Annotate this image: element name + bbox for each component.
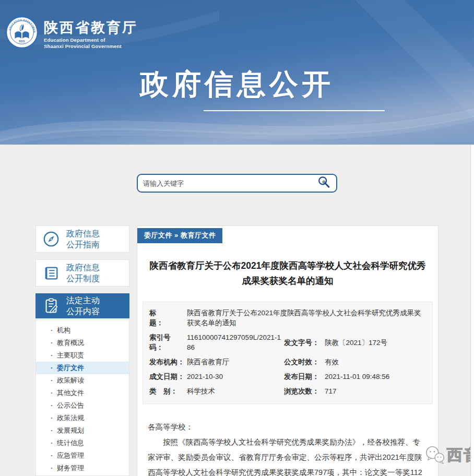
sidebar-menu-item-jiaoyugaikuang[interactable]: 教育概况 — [36, 337, 129, 349]
search-magnifier-icon — [317, 175, 331, 190]
search-input[interactable] — [143, 180, 316, 187]
sidebar-item-label: 政府信息 公开制度 — [66, 262, 100, 284]
document-list-icon — [36, 264, 66, 282]
meta-index-value: 11610000741297059L/2021-186 — [187, 332, 284, 352]
site-logo[interactable]: EDUCATION DEPARTMENT OF SHAANXI EDS 陕西省教… — [5, 16, 138, 50]
meta-title-label: 标 题： — [149, 308, 187, 328]
meta-validity-value: 有效 — [325, 357, 426, 367]
sidebar-menu-item-gongshigonggao[interactable]: 公示公告 — [36, 399, 129, 412]
sidebar-item-disclosure-system[interactable]: 政府信息 公开制度 — [35, 259, 129, 287]
sidebar-menu-item-yingjiguanli[interactable]: 应急管理 — [36, 449, 129, 462]
breadcrumb[interactable]: 委厅文件 » 教育厅文件 — [137, 228, 222, 243]
sidebar-menu-item-weitingwenjian[interactable]: 委厅文件 — [36, 362, 129, 374]
meta-issuer-label: 发布机构： — [149, 357, 187, 367]
sidebar-menu-item-tongjixinxi[interactable]: 统计信息 — [36, 437, 129, 449]
title-underline — [204, 110, 385, 111]
meta-doc-no-label: 发文字号： — [284, 338, 325, 348]
meta-category-label: 类 别： — [149, 386, 187, 396]
meta-title-value: 陕西省教育厅关于公布2021年度陕西高等学校人文社会科学研究优秀成果奖获奖名单的… — [187, 308, 426, 328]
document-title: 陕西省教育厅关于公布2021年度陕西高等学校人文社会科学研究优秀成果奖获奖名单的… — [137, 258, 438, 289]
meta-category-value: 科学技术 — [187, 386, 284, 396]
search-box[interactable] — [137, 174, 337, 193]
meta-written-date-value: 2021-10-30 — [187, 372, 284, 382]
meta-doc-no-value: 陕教〔2021〕172号 — [325, 338, 426, 348]
svg-text:EDS: EDS — [19, 40, 25, 43]
main-content-panel: 委厅文件 » 教育厅文件 陕西省教育厅关于公布2021年度陕西高等学校人文社会科… — [137, 225, 439, 476]
sidebar-item-label: 法定主动 公开内容 — [66, 295, 100, 317]
page-title: 政府信息公开 — [0, 68, 474, 100]
meta-written-date-label: 成文日期： — [149, 372, 187, 382]
meta-views-value: 717 — [325, 386, 426, 396]
sidebar-menu: 机构 教育概况 主要职责 委厅文件 政策解读 其他文件 公示公告 政策法规 发展… — [35, 319, 129, 476]
sidebar-menu-item-fazhanguihua[interactable]: 发展规划 — [36, 424, 129, 437]
document-salutation: 各高等学校： — [148, 420, 428, 435]
education-department-logo-icon: EDUCATION DEPARTMENT OF SHAANXI EDS — [5, 16, 39, 49]
sidebar-item-label: 政府信息 公开指南 — [66, 228, 100, 250]
org-name-en: Education Department of Shaanxi Provinci… — [44, 37, 138, 50]
meta-issuer-value: 陕西省教育厅 — [187, 357, 284, 367]
document-paragraph: 按照《陕西高等学校人文社会科学研究优秀成果奖励办法》，经各校推荐、专家评审、奖励… — [148, 435, 428, 476]
document-body: 各高等学校： 按照《陕西高等学校人文社会科学研究优秀成果奖励办法》，经各校推荐、… — [137, 420, 438, 476]
org-name-cn: 陕西省教育厅 — [44, 20, 138, 35]
sidebar-menu-item-caiwuguanli[interactable]: 财务管理 — [36, 462, 129, 474]
sidebar-item-disclosure-guide[interactable]: 政府信息 公开指南 — [35, 225, 129, 253]
meta-validity-label: 公文时效： — [284, 357, 325, 367]
sidebar-menu-item-zhengcefagui[interactable]: 政策法规 — [36, 412, 129, 424]
search-button[interactable] — [316, 175, 332, 191]
document-meta-box: 标 题： 陕西省教育厅关于公布2021年度陕西高等学校人文社会科学研究优秀成果奖… — [143, 302, 433, 404]
page-right-sliver — [470, 145, 474, 476]
banner: EDUCATION DEPARTMENT OF SHAANXI EDS 陕西省教… — [0, 0, 474, 145]
compass-icon — [36, 230, 66, 248]
meta-publish-date-value: 2021-11-01 09:48:56 — [325, 372, 426, 382]
sidebar-menu-item-zhuyaozhize[interactable]: 主要职责 — [36, 349, 129, 362]
meta-index-label: 索引号 码： — [149, 332, 187, 352]
sidebar-menu-item-jigou[interactable]: 机构 — [36, 324, 129, 337]
clipboard-pen-icon — [36, 297, 66, 315]
org-names: 陕西省教育厅 Education Department of Shaanxi P… — [44, 16, 138, 50]
sidebar-menu-item-zhengcejiedu[interactable]: 政策解读 — [36, 374, 129, 387]
meta-publish-date-label: 发布日期： — [284, 372, 325, 382]
sidebar-menu-item-qitawenjian[interactable]: 其他文件 — [36, 387, 129, 399]
meta-views-label: 浏览次数： — [284, 386, 325, 396]
sidebar-item-statutory-disclosure[interactable]: 法定主动 公开内容 — [35, 293, 129, 318]
